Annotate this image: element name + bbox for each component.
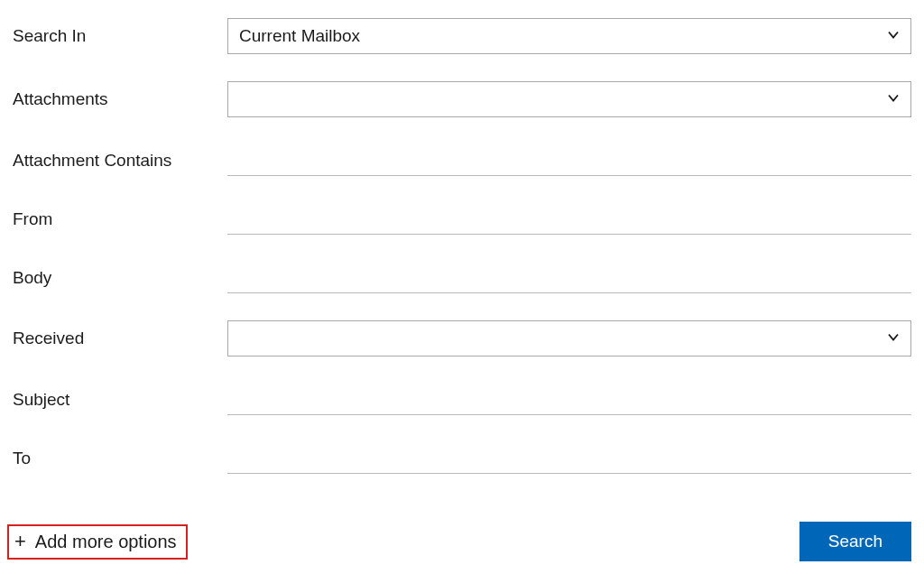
received-dropdown[interactable]	[227, 320, 911, 356]
from-input[interactable]	[227, 203, 911, 235]
from-row: From	[13, 203, 911, 235]
subject-label: Subject	[13, 390, 227, 410]
search-in-dropdown[interactable]: Current Mailbox	[227, 18, 911, 54]
received-row: Received	[13, 320, 911, 356]
attachment-contains-label: Attachment Contains	[13, 151, 227, 171]
add-more-options-label: Add more options	[35, 532, 177, 552]
chevron-down-icon	[887, 329, 900, 348]
chevron-down-icon	[887, 90, 900, 109]
body-row: Body	[13, 262, 911, 293]
search-button[interactable]: Search	[799, 522, 911, 561]
attachments-dropdown[interactable]	[227, 81, 911, 117]
search-in-label: Search In	[13, 26, 227, 46]
attachment-contains-row: Attachment Contains	[13, 144, 911, 176]
subject-row: Subject	[13, 384, 911, 415]
attachments-row: Attachments	[13, 81, 911, 117]
to-row: To	[13, 442, 911, 474]
to-input[interactable]	[227, 442, 911, 474]
search-in-value: Current Mailbox	[239, 26, 360, 46]
attachment-contains-input[interactable]	[227, 144, 911, 176]
to-label: To	[13, 449, 227, 468]
add-more-options-button[interactable]: + Add more options	[7, 524, 188, 560]
body-label: Body	[13, 268, 227, 288]
bottom-action-bar: + Add more options Search	[7, 522, 911, 561]
plus-icon: +	[14, 532, 26, 551]
body-input[interactable]	[227, 262, 911, 293]
subject-input[interactable]	[227, 384, 911, 415]
attachments-label: Attachments	[13, 89, 227, 109]
chevron-down-icon	[887, 27, 900, 46]
search-in-row: Search In Current Mailbox	[13, 18, 911, 54]
advanced-search-form: Search In Current Mailbox Attachments At…	[13, 18, 911, 474]
from-label: From	[13, 209, 227, 229]
received-label: Received	[13, 329, 227, 348]
